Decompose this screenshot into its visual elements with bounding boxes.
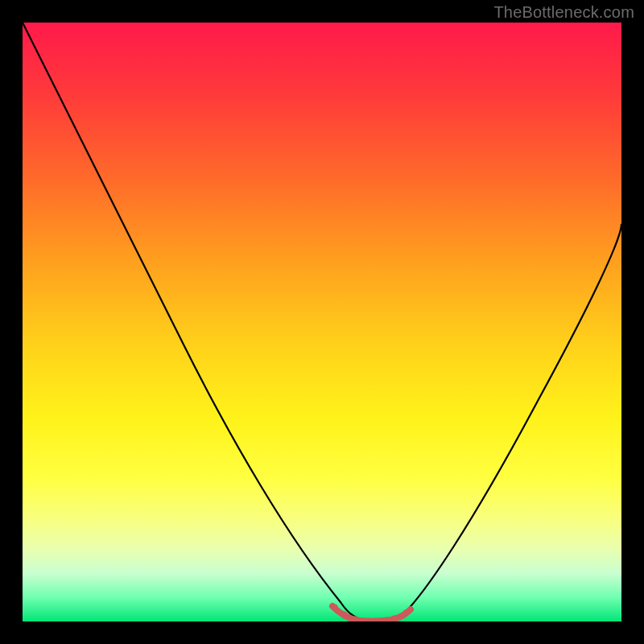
svg-point-6 <box>403 610 409 616</box>
svg-point-3 <box>366 618 372 622</box>
watermark-text: TheBottleneck.com <box>493 3 634 22</box>
svg-point-2 <box>353 617 359 622</box>
svg-point-5 <box>392 616 398 621</box>
svg-point-4 <box>379 618 385 622</box>
floor-highlight <box>332 606 411 621</box>
chart-frame: TheBottleneck.com <box>0 0 644 644</box>
bottleneck-curve <box>23 23 621 621</box>
chart-svg <box>23 23 621 621</box>
chart-plot-area <box>23 23 621 621</box>
floor-highlight-dots <box>332 605 409 622</box>
svg-point-0 <box>332 605 338 610</box>
svg-point-1 <box>342 612 348 617</box>
